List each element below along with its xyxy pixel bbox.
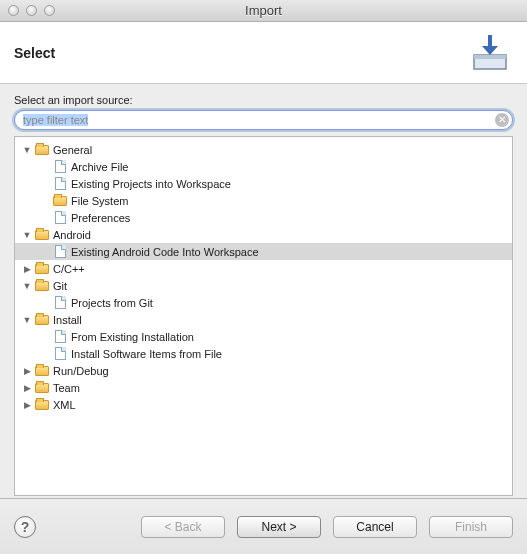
window-title: Import bbox=[0, 3, 527, 18]
twisty-open-icon[interactable]: ▼ bbox=[21, 229, 33, 241]
file-icon bbox=[52, 244, 68, 260]
help-button[interactable]: ? bbox=[14, 516, 36, 538]
folder-icon bbox=[52, 193, 68, 209]
tree-item-run-debug[interactable]: ▶Run/Debug bbox=[15, 362, 512, 379]
titlebar: Import bbox=[0, 0, 527, 22]
filter-input[interactable] bbox=[14, 110, 513, 130]
tree-item-label: Team bbox=[53, 382, 80, 394]
folder-icon bbox=[34, 380, 50, 396]
tree-item-ccpp[interactable]: ▶C/C++ bbox=[15, 260, 512, 277]
twisty-open-icon[interactable]: ▼ bbox=[21, 144, 33, 156]
folder-icon bbox=[34, 363, 50, 379]
twisty-closed-icon[interactable]: ▶ bbox=[21, 365, 33, 377]
file-icon bbox=[52, 176, 68, 192]
tree-item-label: Android bbox=[53, 229, 91, 241]
tree-item-label: Run/Debug bbox=[53, 365, 109, 377]
tree-item-existing-android-code[interactable]: ▶Existing Android Code Into Workspace bbox=[15, 243, 512, 260]
tree-item-label: File System bbox=[71, 195, 128, 207]
tree-item-label: Projects from Git bbox=[71, 297, 153, 309]
prompt-label: Select an import source: bbox=[14, 94, 513, 106]
tree-item-label: Archive File bbox=[71, 161, 128, 173]
tree-item-file-system[interactable]: ▶File System bbox=[15, 192, 512, 209]
file-icon bbox=[52, 346, 68, 362]
tree-item-general[interactable]: ▼General bbox=[15, 141, 512, 158]
tree-item-xml[interactable]: ▶XML bbox=[15, 396, 512, 413]
tree-item-label: C/C++ bbox=[53, 263, 85, 275]
finish-button: Finish bbox=[429, 516, 513, 538]
file-icon bbox=[52, 159, 68, 175]
folder-icon bbox=[34, 397, 50, 413]
folder-icon bbox=[34, 142, 50, 158]
tree-item-preferences[interactable]: ▶Preferences bbox=[15, 209, 512, 226]
twisty-closed-icon[interactable]: ▶ bbox=[21, 399, 33, 411]
tree-item-git[interactable]: ▼Git bbox=[15, 277, 512, 294]
twisty-closed-icon[interactable]: ▶ bbox=[21, 382, 33, 394]
tree-item-label: Install bbox=[53, 314, 82, 326]
folder-icon bbox=[34, 312, 50, 328]
folder-icon bbox=[34, 278, 50, 294]
twisty-open-icon[interactable]: ▼ bbox=[21, 314, 33, 326]
cancel-button[interactable]: Cancel bbox=[333, 516, 417, 538]
tree-item-team[interactable]: ▶Team bbox=[15, 379, 512, 396]
tree-item-existing-projects[interactable]: ▶Existing Projects into Workspace bbox=[15, 175, 512, 192]
tree-item-projects-from-git[interactable]: ▶Projects from Git bbox=[15, 294, 512, 311]
file-icon bbox=[52, 329, 68, 345]
import-icon bbox=[467, 30, 513, 76]
tree-item-label: Existing Projects into Workspace bbox=[71, 178, 231, 190]
folder-icon bbox=[34, 261, 50, 277]
wizard-button-bar: ? < Back Next > Cancel Finish bbox=[0, 498, 527, 554]
tree-item-label: Preferences bbox=[71, 212, 130, 224]
back-button: < Back bbox=[141, 516, 225, 538]
twisty-open-icon[interactable]: ▼ bbox=[21, 280, 33, 292]
filter-field-wrap: ✕ bbox=[14, 110, 513, 130]
next-button[interactable]: Next > bbox=[237, 516, 321, 538]
tree-item-label: From Existing Installation bbox=[71, 331, 194, 343]
tree-item-label: General bbox=[53, 144, 92, 156]
file-icon bbox=[52, 210, 68, 226]
tree-item-install-software-items[interactable]: ▶Install Software Items from File bbox=[15, 345, 512, 362]
tree-item-from-existing-installation[interactable]: ▶From Existing Installation bbox=[15, 328, 512, 345]
svg-rect-1 bbox=[474, 55, 506, 59]
wizard-banner: Select bbox=[0, 22, 527, 84]
tree-item-label: XML bbox=[53, 399, 76, 411]
tree-item-android[interactable]: ▼Android bbox=[15, 226, 512, 243]
tree-item-archive-file[interactable]: ▶Archive File bbox=[15, 158, 512, 175]
twisty-closed-icon[interactable]: ▶ bbox=[21, 263, 33, 275]
import-sources-tree[interactable]: ▼General▶Archive File▶Existing Projects … bbox=[14, 136, 513, 496]
wizard-body: Select an import source: ✕ ▼General▶Arch… bbox=[0, 84, 527, 498]
tree-item-label: Existing Android Code Into Workspace bbox=[71, 246, 259, 258]
tree-item-label: Install Software Items from File bbox=[71, 348, 222, 360]
file-icon bbox=[52, 295, 68, 311]
tree-item-label: Git bbox=[53, 280, 67, 292]
wizard-heading: Select bbox=[14, 45, 55, 61]
folder-icon bbox=[34, 227, 50, 243]
tree-item-install[interactable]: ▼Install bbox=[15, 311, 512, 328]
clear-filter-icon[interactable]: ✕ bbox=[495, 113, 509, 127]
